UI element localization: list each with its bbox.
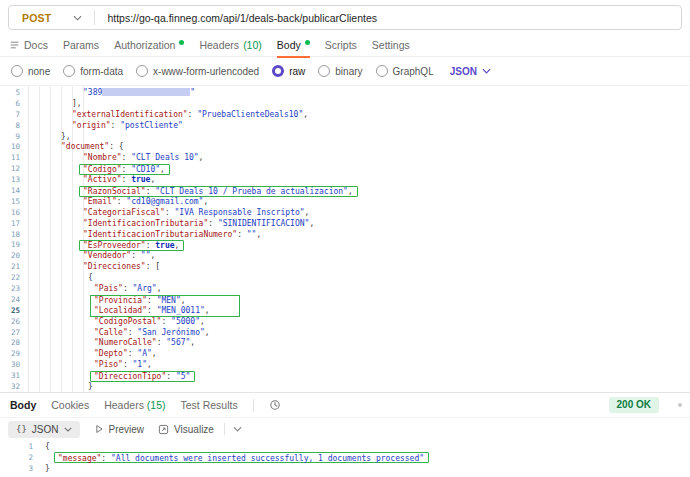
request-body-editor[interactable]: 5"389"6],7"externalIdentification": "Pru… — [0, 85, 690, 392]
body-type-row: none form-data x-www-form-urlencoded raw… — [0, 58, 690, 84]
tab-scripts[interactable]: Scripts — [325, 34, 357, 57]
tab-headers[interactable]: Headers (10) — [199, 34, 261, 57]
code-line: 32} — [0, 382, 690, 392]
line-number: 17 — [0, 219, 20, 230]
code-line: 25"Localidad": "MEN_0011", — [0, 306, 690, 317]
code-line: 21"Direcciones": [ — [0, 262, 690, 273]
radio-graphql[interactable]: GraphQL — [376, 65, 434, 77]
chevron-down-icon — [233, 426, 242, 432]
radio-circle — [318, 65, 330, 77]
request-tabs: Docs Params Authorization Headers (10) B… — [0, 34, 690, 57]
radio-form-data[interactable]: form-data — [63, 65, 123, 77]
line-number: 7 — [0, 110, 20, 121]
annotation-box: "Codigo": "CD10", — [79, 164, 170, 175]
code-line: 7"externalIdentification": "PruebaClient… — [0, 110, 690, 121]
line-number: 3 — [0, 463, 33, 474]
response-tab-body[interactable]: Body — [10, 399, 36, 411]
visualize-more-button[interactable] — [233, 426, 242, 432]
annotation-box: "RazonSocial": "CLT Deals 10 / Prueba de… — [79, 186, 358, 197]
code-line: 6], — [0, 99, 690, 110]
response-format-selector[interactable]: {} JSON — [8, 421, 80, 438]
radio-x-www-form-urlencoded[interactable]: x-www-form-urlencoded — [136, 65, 259, 77]
radio-binary[interactable]: binary — [318, 65, 362, 77]
line-number: 5 — [0, 88, 20, 99]
code-line: 11"Nombre": "CLT Deals 10", — [0, 153, 690, 164]
code-line: 14"RazonSocial": "CLT Deals 10 / Prueba … — [0, 186, 690, 197]
response-toolbar: {} JSON Preview Visualize — [0, 420, 690, 438]
code-line: 10"document": { — [0, 142, 690, 153]
chevron-down-icon — [482, 68, 491, 74]
redacted-value — [102, 88, 190, 96]
status-badge: 200 OK — [609, 397, 659, 413]
line-number: 29 — [0, 349, 20, 360]
line-number: 6 — [0, 99, 20, 110]
line-number: 2 — [0, 452, 33, 463]
line-number: 26 — [0, 317, 20, 328]
status-more-dot — [678, 403, 682, 407]
body-status-dot — [305, 40, 310, 45]
api-client-window: POST https://go-qa.finneg.com/api/1/deal… — [0, 0, 690, 477]
line-number: 20 — [0, 251, 20, 262]
method-selector[interactable]: POST — [9, 12, 94, 24]
code-line: 1{ — [0, 441, 690, 452]
json-braces-icon: {} — [16, 424, 27, 434]
history-clock-icon — [269, 399, 281, 411]
language-selector[interactable]: JSON — [450, 66, 491, 77]
chevron-down-icon — [73, 15, 82, 21]
tab-params[interactable]: Params — [63, 34, 99, 57]
response-body-viewer[interactable]: 1{2"message": "All documents were insert… — [0, 438, 690, 477]
code-line: 9}, — [0, 132, 690, 143]
authorization-status-dot — [179, 40, 184, 45]
response-history-button[interactable] — [269, 399, 281, 411]
response-tab-headers[interactable]: Headers (15) — [104, 399, 165, 411]
request-url-bar: POST https://go-qa.finneg.com/api/1/deal… — [8, 5, 682, 30]
line-number: 22 — [0, 273, 20, 284]
line-number: 13 — [0, 175, 20, 186]
code-line: 8"origin": "postCliente" — [0, 121, 690, 132]
radio-raw[interactable]: raw — [272, 65, 305, 77]
code-line: 26"CodigoPostal": "5000", — [0, 317, 690, 328]
code-line: 28"NumeroCalle": "567", — [0, 338, 690, 349]
line-number: 1 — [0, 441, 33, 452]
docs-icon — [9, 40, 20, 50]
tabs-divider — [253, 399, 254, 412]
url-input[interactable]: https://go-qa.finneg.com/api/1/deals-bac… — [95, 12, 681, 24]
annotation-box: "message": "All documents were inserted … — [54, 452, 429, 463]
line-number: 28 — [0, 338, 20, 349]
preview-button[interactable]: Preview — [94, 424, 145, 435]
line-number: 25 — [0, 306, 20, 317]
response-tab-cookies[interactable]: Cookies — [51, 399, 89, 411]
code-line: 2"message": "All documents were inserted… — [0, 452, 690, 463]
code-line: 23"Pais": "Arg", — [0, 284, 690, 295]
line-number: 30 — [0, 360, 20, 371]
response-headers-count: (15) — [147, 399, 166, 411]
toolbar-divider — [224, 423, 225, 435]
chevron-down-icon — [64, 427, 72, 432]
tab-authorization[interactable]: Authorization — [114, 34, 184, 57]
response-tabs: Body Cookies Headers (15) Test Results 2… — [0, 393, 690, 418]
line-number: 19 — [0, 240, 20, 251]
code-line: 27"Calle": "San Jerónimo", — [0, 328, 690, 339]
preview-play-icon — [94, 424, 104, 434]
code-line: 13"Activo": true, — [0, 175, 690, 186]
radio-circle-selected — [272, 65, 284, 77]
radio-circle — [63, 65, 75, 77]
line-number: 16 — [0, 208, 20, 219]
radio-none[interactable]: none — [11, 65, 50, 77]
tab-docs[interactable]: Docs — [9, 34, 48, 57]
code-line: 17"IdentificacionTributaria": "SINIDENTI… — [0, 219, 690, 230]
annotation-box: "EsProveedor": true, — [79, 240, 184, 251]
line-number: 27 — [0, 328, 20, 339]
line-number: 31 — [0, 371, 20, 382]
line-number: 11 — [0, 153, 20, 164]
radio-circle — [136, 65, 148, 77]
code-line: 20"Vendedor": "", — [0, 251, 690, 262]
response-tab-test-results[interactable]: Test Results — [181, 399, 238, 411]
tab-settings[interactable]: Settings — [372, 34, 410, 57]
visualize-button[interactable]: Visualize — [158, 424, 214, 435]
code-line: 15"Email": "cd10@gmail.com", — [0, 197, 690, 208]
headers-count: (10) — [243, 39, 262, 51]
tab-body[interactable]: Body — [277, 34, 310, 57]
line-number: 21 — [0, 262, 20, 273]
code-line: 31"DireccionTipo": "5" — [0, 371, 690, 382]
